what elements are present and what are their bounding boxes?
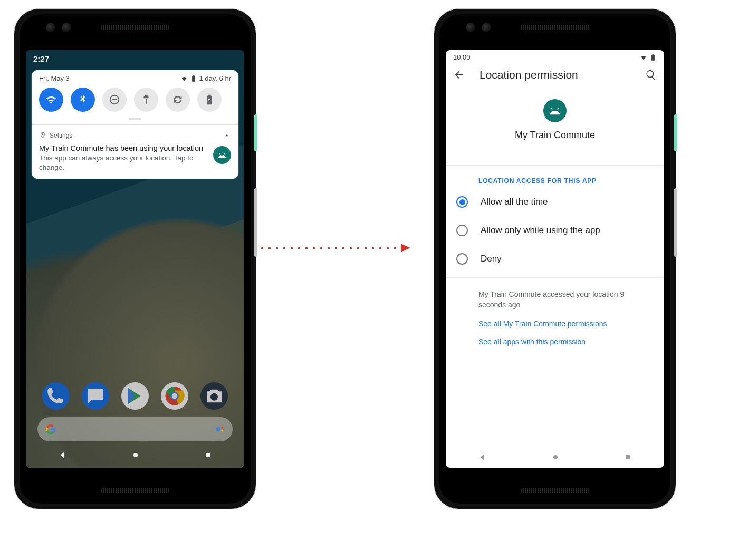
nav-recent-icon[interactable] (624, 453, 632, 461)
svg-point-8 (221, 430, 223, 432)
qs-battery-text: 1 day, 6 hr (199, 74, 231, 82)
nav-home-icon[interactable] (131, 451, 140, 459)
link-all-apps[interactable]: See all apps with this permission (446, 328, 664, 346)
qs-status-icons: 1 day, 6 hr (180, 74, 231, 82)
wifi-icon (180, 75, 188, 82)
access-info: My Train Commute accessed your location … (446, 277, 664, 310)
app-icon (213, 146, 231, 164)
back-icon[interactable] (453, 69, 465, 81)
qs-toggle-flashlight[interactable] (134, 88, 158, 112)
location-icon (39, 132, 46, 139)
nav-back-icon[interactable] (478, 452, 487, 462)
search-bar[interactable] (37, 417, 233, 441)
dnd-icon (109, 94, 120, 105)
qs-toggle-dnd[interactable] (102, 88, 127, 112)
nav-back-icon[interactable] (58, 450, 68, 460)
camera-app-icon[interactable] (200, 382, 228, 410)
qs-expand-handle[interactable] (129, 118, 141, 120)
quick-settings: Fri, May 3 1 day, 6 hr (32, 70, 238, 124)
google-icon (45, 423, 56, 435)
options-section: LOCATION ACCESS FOR THIS APP Allow all t… (446, 165, 664, 273)
play-store-app-icon[interactable] (121, 382, 149, 410)
notification-card[interactable]: Settings My Train Commute has been using… (32, 124, 238, 179)
qs-toggle-wifi[interactable] (39, 88, 63, 112)
option-deny[interactable]: Deny (446, 245, 664, 273)
option-while-using[interactable]: Allow only while using the app (446, 216, 664, 245)
qs-date: Fri, May 3 (39, 74, 70, 82)
radio-icon (456, 253, 468, 265)
page-title: Location permission (480, 69, 630, 81)
status-clock: 10:00 (453, 53, 471, 61)
notification-shade[interactable]: Fri, May 3 1 day, 6 hr (31, 70, 239, 179)
qs-toggles (39, 88, 231, 112)
notification-body: This app can always access your location… (39, 153, 231, 172)
chrome-app-icon[interactable] (161, 382, 188, 410)
app-name: My Train Commute (515, 130, 595, 141)
wifi-icon (640, 54, 647, 61)
dock (26, 382, 244, 410)
option-label: Allow only while using the app (481, 225, 600, 236)
battery-icon (190, 75, 197, 82)
battery-icon (649, 54, 657, 61)
device-location-permission: 10:00 Location permission My Train Commu… (434, 8, 676, 509)
nav-bar (26, 448, 244, 462)
svg-point-6 (216, 427, 220, 431)
nav-bar (446, 450, 664, 465)
option-label: Deny (481, 254, 502, 264)
section-label: LOCATION ACCESS FOR THIS APP (446, 166, 664, 188)
nav-recent-icon[interactable] (204, 451, 212, 459)
qs-toggle-bluetooth[interactable] (71, 88, 95, 112)
radio-icon (456, 225, 468, 236)
link-all-permissions[interactable]: See all My Train Commute permissions (446, 310, 664, 328)
status-bar: 10:00 (446, 50, 664, 64)
qs-toggle-battery-saver[interactable] (197, 88, 222, 112)
app-bar: Location permission (446, 64, 664, 85)
phone-app-icon[interactable] (42, 382, 70, 410)
flow-arrow (258, 243, 410, 253)
nav-home-icon[interactable] (551, 453, 560, 461)
messages-app-icon[interactable] (82, 382, 109, 410)
radio-icon (456, 196, 468, 208)
app-info: My Train Commute (446, 99, 664, 141)
chevron-up-icon[interactable] (223, 131, 231, 140)
qs-toggle-rotate[interactable] (166, 88, 190, 112)
flashlight-icon (140, 94, 152, 105)
notification-source: Settings (50, 132, 72, 139)
option-label: Allow all the time (481, 197, 548, 207)
app-icon (543, 99, 567, 122)
notification-title: My Train Commute has been using your loc… (39, 144, 231, 152)
svg-point-9 (223, 429, 224, 430)
bluetooth-icon (77, 94, 89, 105)
status-clock: 2:27 (26, 50, 244, 67)
device-notification-shade: 2:27 Fri, May 3 1 day, 6 hr (14, 8, 256, 509)
svg-point-5 (172, 393, 178, 399)
assistant-icon (215, 424, 225, 435)
battery-saver-icon (204, 94, 215, 105)
rotate-icon (172, 94, 184, 105)
wifi-icon (45, 94, 57, 105)
option-allow-all[interactable]: Allow all the time (446, 188, 664, 216)
svg-point-7 (221, 427, 223, 429)
search-icon[interactable] (645, 69, 657, 81)
